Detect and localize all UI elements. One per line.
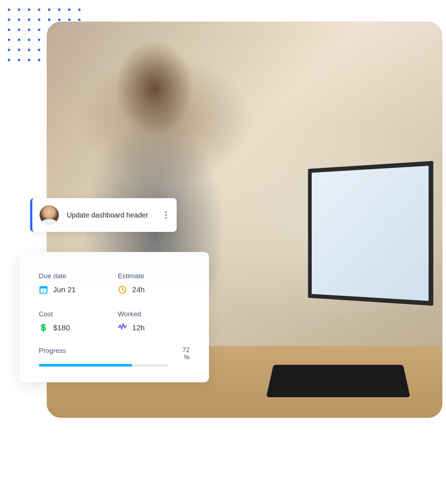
task-title: Update dashboard header [67,211,162,219]
task-card[interactable]: Update dashboard header [30,198,177,232]
due-date-field: Due date 1 Jun 21 [39,272,111,294]
assignee-avatar[interactable] [40,205,59,225]
worked-value: 12h [132,323,145,332]
dollar-icon [39,323,48,332]
svg-rect-1 [40,286,47,288]
progress-label: Progress [39,347,66,355]
progress-field: Progress 72% [39,347,190,367]
cost-field: Cost $180 [39,310,111,332]
progress-bar[interactable] [39,364,168,367]
svg-text:1: 1 [42,289,45,293]
task-details-card: Due date 1 Jun 21 Estimate 24h [19,252,209,382]
cost-label: Cost [39,310,111,318]
clock-icon [118,285,127,294]
progress-percent: 72% [182,347,190,361]
more-options-icon[interactable] [162,211,170,219]
due-date-value: Jun 21 [53,285,76,294]
worked-field: Worked 12h [118,310,190,332]
estimate-label: Estimate [118,272,190,280]
calendar-icon: 1 [39,285,48,294]
activity-icon [118,323,127,332]
estimate-value: 24h [132,285,145,294]
estimate-field: Estimate 24h [118,272,190,294]
due-date-label: Due date [39,272,111,280]
cost-value: $180 [53,323,70,332]
worked-label: Worked [118,310,190,318]
